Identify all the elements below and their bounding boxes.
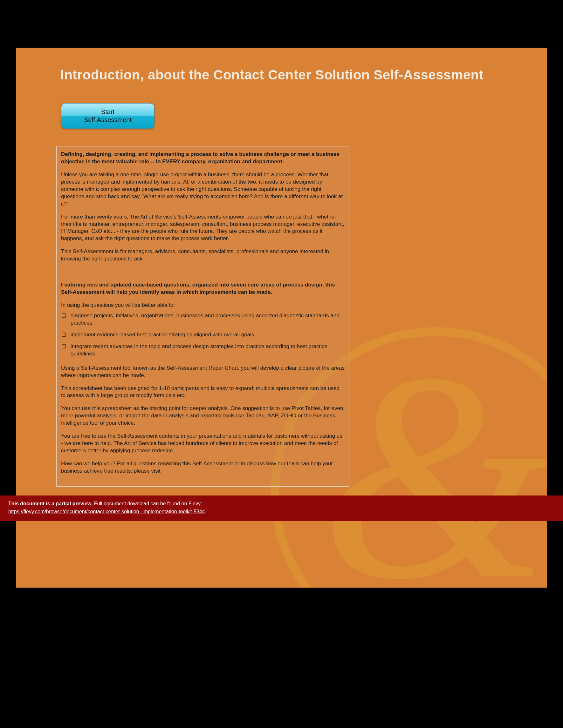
- body-paragraph: You can use this spreadsheet as the star…: [61, 405, 345, 427]
- svg-text:&: &: [320, 318, 547, 588]
- body-paragraph: How can we help you? For all questions r…: [61, 460, 345, 475]
- list-item: implement evidence-based best practice s…: [61, 331, 345, 339]
- preview-banner: This document is a partial preview. Full…: [0, 495, 563, 521]
- start-self-assessment-button[interactable]: Start Self-Assessment: [61, 103, 154, 129]
- body-paragraph: Unless you are talking a one-time, singl…: [61, 171, 345, 208]
- banner-link[interactable]: https://flevy.com/browse/document/contac…: [8, 509, 205, 514]
- body-paragraph: Using a Self-Assessment tool known as th…: [61, 365, 345, 379]
- bullet-lead-in: In using the questions you will be bette…: [61, 302, 345, 309]
- start-button-line2: Self-Assessment: [84, 116, 132, 124]
- body-paragraph: This spreadsheet has been designed for 1…: [61, 385, 345, 400]
- banner-lead-bold: This document is a partial preview.: [8, 501, 92, 506]
- feature-bold-paragraph: Featuring new and updated case-based que…: [61, 281, 345, 296]
- intro-bold-paragraph: Defining, designing, creating, and imple…: [61, 151, 345, 165]
- body-paragraph: This Self-Assessment is for managers, ad…: [61, 248, 345, 263]
- start-button-line1: Start: [101, 108, 114, 116]
- bullet-list: diagnose projects, initiatives, organiza…: [61, 312, 345, 358]
- list-item: integrate recent advances in the topic a…: [61, 343, 345, 358]
- banner-lead-rest: Full document download can be found on F…: [92, 501, 202, 506]
- body-paragraph: For more than twenty years, The Art of S…: [61, 213, 345, 243]
- page-title: Introduction, about the Contact Center S…: [60, 67, 528, 83]
- intro-content-box: Defining, designing, creating, and imple…: [56, 146, 349, 487]
- body-paragraph: You are free to use the Self-Assessment …: [61, 433, 345, 455]
- list-item: diagnose projects, initiatives, organiza…: [61, 312, 345, 327]
